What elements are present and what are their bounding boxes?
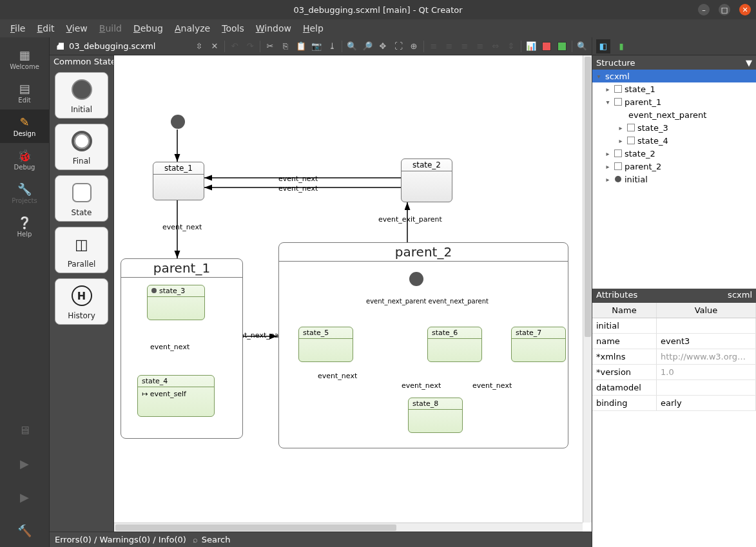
mode-help[interactable]: ❔Help xyxy=(0,210,49,244)
pan-button[interactable]: ✥ xyxy=(376,39,390,53)
color-1-button[interactable] xyxy=(539,39,554,53)
mode-design[interactable]: ✎Design xyxy=(0,110,49,143)
palette: Common States Initial Final State ◫Paral… xyxy=(50,55,114,532)
state-5-node[interactable]: state_5 xyxy=(298,327,353,362)
zoom-out-button[interactable]: 🔎 xyxy=(360,39,374,53)
diagram-canvas[interactable]: state_1 state_2 event_next event_next ev… xyxy=(114,55,592,532)
palette-final[interactable]: Final xyxy=(55,124,108,170)
monitor-icon: 🖥 xyxy=(19,423,30,437)
palette-parallel[interactable]: ◫Parallel xyxy=(55,227,108,273)
debug-icon: 🐞 xyxy=(17,149,32,162)
maximize-button[interactable]: □ xyxy=(719,4,730,15)
mode-projects[interactable]: 🔧Projects xyxy=(0,177,49,210)
state-6-node[interactable]: state_6 xyxy=(427,327,482,362)
align-top-button[interactable]: ≡ xyxy=(458,39,472,53)
menu-tools[interactable]: Tools xyxy=(217,22,249,35)
fit-button[interactable]: ⛶ xyxy=(391,39,405,53)
status-text: Errors(0) / Warnings(0) / Info(0) xyxy=(55,535,186,544)
parent-2-node[interactable]: parent_2 event_next_parent event_next_pa… xyxy=(278,242,568,448)
state-7-node[interactable]: state_7 xyxy=(511,327,566,362)
event-self-label: ↦ event_self xyxy=(138,387,214,401)
state-3-node[interactable]: state_3 xyxy=(147,285,205,320)
mode-debug[interactable]: 🐞Debug xyxy=(0,143,49,177)
mode-welcome[interactable]: ▦Welcome xyxy=(0,43,49,76)
palette-history[interactable]: HHistory xyxy=(55,278,108,325)
dropdown-icon[interactable]: ⇳ xyxy=(192,39,206,53)
minimize-button[interactable]: – xyxy=(698,4,710,15)
zoom-in-button[interactable]: 🔍 xyxy=(345,39,359,53)
mode-bar: ▦Welcome ▤Edit ✎Design 🐞Debug 🔧Projects … xyxy=(0,37,50,547)
tree-state-4[interactable]: ▸state_4 xyxy=(592,134,756,147)
align-v-button[interactable]: ⇕ xyxy=(504,39,518,53)
align-h-button[interactable]: ⇔ xyxy=(489,39,503,53)
mode-edit[interactable]: ▤Edit xyxy=(0,76,49,110)
structure-view-icon[interactable]: ◧ xyxy=(596,39,610,53)
run-button[interactable]: ▶ xyxy=(0,446,49,480)
attr-row-initial[interactable]: initial xyxy=(592,318,756,334)
horizontal-scrollbar[interactable] xyxy=(114,523,583,532)
build-button[interactable]: 🔨 xyxy=(0,513,49,547)
state-1-node[interactable]: state_1 xyxy=(153,162,204,200)
tree-initial[interactable]: ▸initial xyxy=(592,173,756,186)
tree-scxml[interactable]: ▾scxml xyxy=(592,70,756,82)
copy-button[interactable]: ⎘ xyxy=(278,39,293,53)
tree-state-2[interactable]: ▸state_2 xyxy=(592,147,756,160)
initial-node[interactable] xyxy=(171,115,185,129)
menu-file[interactable]: File xyxy=(5,22,30,35)
color-2-button[interactable] xyxy=(555,39,569,53)
redo-button[interactable]: ↷ xyxy=(243,39,257,53)
tree-parent-2[interactable]: ▸parent_2 xyxy=(592,160,756,173)
parent-1-node[interactable]: parent_1 state_3 event_next state_4 ↦ ev… xyxy=(121,258,243,439)
magnify-button[interactable]: ⊕ xyxy=(407,39,421,53)
search-label[interactable]: Search xyxy=(202,535,231,544)
state-2-node[interactable]: state_2 xyxy=(401,158,452,202)
menu-debug[interactable]: Debug xyxy=(128,22,168,35)
attr-row-version[interactable]: *version1.0 xyxy=(592,365,756,380)
tree-event-next-parent[interactable]: event_next_parent xyxy=(592,108,756,121)
export-button[interactable]: ⤓ xyxy=(325,39,339,53)
state-8-node[interactable]: state_8 xyxy=(408,398,463,433)
edit-icon: ▤ xyxy=(19,82,30,95)
search-button[interactable]: 🔍 xyxy=(575,39,589,53)
play-icon: ▶ xyxy=(20,457,29,470)
align-left-button[interactable]: ≡ xyxy=(427,39,441,53)
palette-state[interactable]: State xyxy=(55,175,108,222)
screenshot-button[interactable]: 📷 xyxy=(309,39,324,53)
menu-view[interactable]: View xyxy=(61,22,93,35)
target-selector[interactable]: 🖥 xyxy=(0,413,49,446)
search-icon[interactable]: ⌕ xyxy=(193,535,198,544)
align-bottom-button[interactable]: ≡ xyxy=(473,39,487,53)
menu-build[interactable]: Build xyxy=(94,22,127,35)
initial-state-icon xyxy=(72,79,92,100)
state-4-node[interactable]: state_4 ↦ event_self xyxy=(137,375,215,417)
attr-row-datamodel[interactable]: datamodel xyxy=(592,380,756,396)
close-file-button[interactable]: ✕ xyxy=(208,39,222,53)
chart-view-icon[interactable]: ▮ xyxy=(614,39,628,53)
menu-help[interactable]: Help xyxy=(298,22,329,35)
filter-icon[interactable]: ▼ xyxy=(746,58,752,68)
align-right-button[interactable]: ≡ xyxy=(442,39,456,53)
menu-window[interactable]: Window xyxy=(251,22,296,35)
undo-button[interactable]: ↶ xyxy=(228,39,242,53)
tree-parent-1[interactable]: ▾parent_1 xyxy=(592,95,756,108)
tree-state-1[interactable]: ▸state_1 xyxy=(592,82,756,95)
run-debug-button[interactable]: ▶ xyxy=(0,480,49,513)
tree-state-3[interactable]: ▸state_3 xyxy=(592,121,756,134)
parent-2-initial[interactable] xyxy=(409,272,423,286)
file-selector[interactable]: ⛘ 03_debugging.scxml xyxy=(52,41,159,52)
attr-row-name[interactable]: nameevent3 xyxy=(592,334,756,349)
stats-button[interactable]: 📊 xyxy=(524,39,538,53)
help-icon: ❔ xyxy=(17,216,32,229)
attr-row-binding[interactable]: bindingearly xyxy=(592,396,756,411)
menu-analyze[interactable]: Analyze xyxy=(170,22,215,35)
paste-button[interactable]: 📋 xyxy=(294,39,308,53)
cut-button[interactable]: ✂ xyxy=(263,39,277,53)
menu-bar: File Edit View Build Debug Analyze Tools… xyxy=(0,19,756,37)
close-button[interactable]: ✕ xyxy=(739,4,751,15)
structure-tree[interactable]: ▾scxml ▸state_1 ▾parent_1 event_next_par… xyxy=(592,70,756,289)
menu-edit[interactable]: Edit xyxy=(32,22,59,35)
palette-initial[interactable]: Initial xyxy=(55,72,108,119)
attr-row-xmlns[interactable]: *xmlnshttp://www.w3.org… xyxy=(592,349,756,365)
scxml-file-icon: ⛘ xyxy=(56,41,65,52)
vertical-scrollbar[interactable] xyxy=(583,55,592,523)
